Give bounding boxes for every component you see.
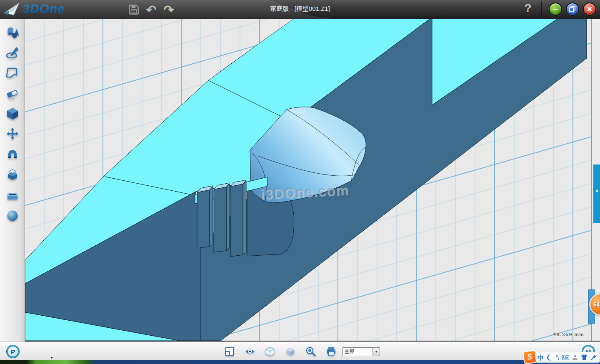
help-button[interactable]: ? bbox=[522, 2, 534, 15]
tool-sketch-draw[interactable] bbox=[5, 46, 20, 59]
panel-collapse-tab[interactable]: ◀ bbox=[593, 165, 600, 223]
tool-extrude-cube[interactable] bbox=[5, 107, 20, 120]
tool-primitive-shapes[interactable] bbox=[5, 25, 20, 39]
primitive-shapes-icon bbox=[6, 25, 19, 39]
ime-logo[interactable]: S bbox=[522, 350, 537, 364]
screen: { "titlebar": { "app_name": "3DOne", "ti… bbox=[0, 0, 600, 364]
zoom-search-icon bbox=[305, 346, 316, 357]
section-tray-icon bbox=[6, 189, 19, 202]
user-icon[interactable] bbox=[572, 354, 578, 360]
plane-nav-button[interactable]: P bbox=[7, 345, 19, 358]
close-button[interactable]: ✕ bbox=[583, 2, 596, 16]
badge-count: 64 bbox=[593, 301, 600, 308]
ime-lang-toggle[interactable]: 中 bbox=[538, 354, 544, 361]
move-arrows-icon bbox=[6, 127, 19, 141]
wireframe-cube-icon bbox=[265, 346, 275, 357]
shaded-cube-icon bbox=[285, 346, 296, 357]
bottom-toolbar: P ▾ bbox=[0, 342, 600, 361]
close-icon: ✕ bbox=[587, 5, 592, 14]
plane-nav-label: P bbox=[11, 348, 15, 355]
layout-corner-button[interactable] bbox=[224, 346, 235, 357]
filter-selected-value: 全部 bbox=[343, 348, 372, 355]
zoom-button[interactable] bbox=[305, 346, 316, 357]
eraser-icon bbox=[6, 87, 19, 100]
sketch-plane-icon bbox=[6, 66, 19, 80]
skin-shirt-icon[interactable] bbox=[581, 354, 588, 360]
punctuation-toggle[interactable]: °, bbox=[556, 355, 559, 360]
ime-bar: 中 °, bbox=[529, 352, 600, 363]
model-scene bbox=[25, 19, 591, 341]
titlebar-separator bbox=[542, 1, 542, 18]
restore-icon bbox=[568, 5, 577, 14]
boolean-combine-icon bbox=[6, 168, 19, 182]
keyboard-icon[interactable] bbox=[562, 355, 569, 360]
printer-icon bbox=[326, 346, 337, 357]
ime-logo-letter: S bbox=[527, 352, 532, 362]
tool-sketch-plane[interactable] bbox=[5, 66, 20, 80]
title-bar: 3DOne ↶ ↷ 家庭版 - [模型001.Z1] ? − ✕ bbox=[0, 0, 600, 19]
ime-toolbar: S 中 °, bbox=[523, 352, 600, 363]
dropdown-arrow-icon: ▾ bbox=[372, 348, 380, 356]
left-toolbar bbox=[0, 19, 25, 342]
layout-corner-icon bbox=[225, 347, 235, 357]
visibility-button[interactable] bbox=[245, 346, 255, 357]
magnet-icon bbox=[6, 148, 19, 161]
tool-boolean-combine[interactable] bbox=[5, 168, 20, 182]
tool-eraser[interactable] bbox=[5, 87, 20, 100]
wrench-icon[interactable] bbox=[590, 354, 596, 360]
wireframe-view-button[interactable] bbox=[265, 346, 275, 357]
os-taskbar[interactable] bbox=[0, 360, 600, 364]
sketch-draw-icon bbox=[6, 46, 19, 59]
viewport-canvas[interactable]: i3DOne.com 49.269 mm bbox=[25, 19, 591, 341]
minimize-icon: − bbox=[553, 5, 558, 13]
eye-icon bbox=[245, 346, 255, 357]
plane-menu-arrow[interactable]: ▾ bbox=[51, 356, 53, 360]
extrude-cube-icon bbox=[6, 107, 19, 120]
tool-magnet-snap[interactable] bbox=[5, 148, 20, 161]
tool-section-tray[interactable] bbox=[5, 189, 20, 202]
sphere-icon bbox=[6, 209, 19, 222]
window-title: 家庭版 - [模型001.Z1] bbox=[0, 5, 600, 13]
minimize-button[interactable]: − bbox=[549, 2, 562, 16]
restore-button[interactable] bbox=[566, 2, 579, 16]
collapse-arrow-icon: ◀ bbox=[595, 189, 598, 223]
shaded-view-button[interactable] bbox=[285, 346, 296, 357]
print-button[interactable] bbox=[326, 346, 337, 357]
tool-move-transform[interactable] bbox=[5, 127, 20, 141]
moon-icon[interactable] bbox=[547, 354, 553, 361]
tool-sphere[interactable] bbox=[5, 209, 20, 222]
view-filter-dropdown[interactable]: 全部 ▾ bbox=[342, 347, 380, 356]
